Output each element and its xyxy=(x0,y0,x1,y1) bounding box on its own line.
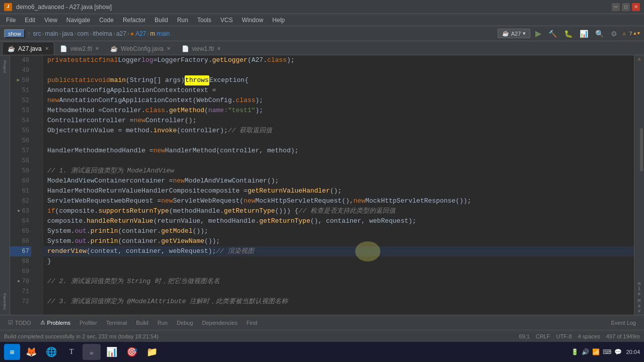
taskbar-excel[interactable]: 📊 xyxy=(103,344,121,360)
scroll-indicator[interactable] xyxy=(634,63,644,281)
taskbar-edge[interactable]: 🌐 xyxy=(42,344,60,360)
menu-navigate[interactable]: Navigate xyxy=(62,16,94,25)
breadcrumb-method[interactable]: m main xyxy=(150,30,170,37)
code-line-52[interactable]: new AnnotationConfigApplicationContext(W… xyxy=(43,96,634,106)
terminal-tab[interactable]: Terminal xyxy=(102,319,131,327)
run-tab[interactable]: Run xyxy=(153,319,172,327)
taskbar-notepad[interactable]: T xyxy=(62,344,80,360)
menu-refactor[interactable]: Refactor xyxy=(119,16,149,25)
taskbar-intellij[interactable]: ☕ xyxy=(83,344,101,360)
tab-close[interactable]: ✕ xyxy=(217,46,221,51)
encoding[interactable]: UTF-8 xyxy=(556,333,572,339)
code-line-50[interactable]: public static void main(String[] args) t… xyxy=(43,75,634,85)
show-badge[interactable]: show xyxy=(4,29,25,38)
menu-code[interactable]: Code xyxy=(95,16,118,25)
tab-a27[interactable]: ☕ A27.java ✕ xyxy=(2,42,54,55)
run-gutter-icon[interactable]: ▶ xyxy=(17,75,20,85)
breadcrumb-class[interactable]: ● A27 xyxy=(130,30,146,37)
warning-badge[interactable]: ⚠ 7 ▲ ▼ xyxy=(622,30,640,37)
tab-view2[interactable]: 📄 view2.ftl ✕ xyxy=(54,42,105,55)
breadcrumb-src[interactable]: src xyxy=(33,30,41,37)
menu-window[interactable]: Window xyxy=(238,16,268,25)
code-line-69[interactable] xyxy=(43,266,634,277)
run-button[interactable]: ▶ xyxy=(533,28,543,39)
line-separator[interactable]: CRLF xyxy=(536,333,550,339)
event-log-tab[interactable]: Event Log xyxy=(607,319,640,327)
taskbar-firefox[interactable]: 🦊 xyxy=(22,344,40,360)
code-content[interactable]: private static final Logger log = Logger… xyxy=(43,55,634,315)
code-line-68[interactable]: } xyxy=(43,256,634,266)
favorites-tab[interactable]: Favorites xyxy=(2,290,8,313)
find-label: Find xyxy=(247,320,257,326)
code-line-62[interactable]: ServletWebRequest webRequest = new Servl… xyxy=(43,196,634,206)
scroll-thumb[interactable] xyxy=(640,128,643,172)
breadcrumb-itheima[interactable]: itheima xyxy=(93,30,112,37)
tab-close[interactable]: ✕ xyxy=(167,46,171,51)
breadcrumb-com[interactable]: com xyxy=(77,30,89,37)
menu-help[interactable]: Help xyxy=(268,16,289,25)
close-button[interactable]: ✕ xyxy=(632,3,640,11)
code-line-71[interactable] xyxy=(43,287,634,297)
debug-tab[interactable]: Debug xyxy=(173,319,197,327)
code-line-66[interactable]: System.out.println(container.getViewName… xyxy=(43,236,634,246)
build-button[interactable]: 🔨 xyxy=(546,29,559,39)
profile-button[interactable]: 📊 xyxy=(578,29,590,39)
cursor-position[interactable]: 69:1 xyxy=(519,333,529,339)
breadcrumb-main[interactable]: main xyxy=(45,30,58,37)
code-line-61[interactable]: HandlerMethodReturnValueHandlerComposite… xyxy=(43,186,634,196)
code-line-67[interactable]: renderView(context, container, webReques… xyxy=(43,246,634,256)
code-line-64[interactable]: composite.handleReturnValue(returnValue,… xyxy=(43,216,634,226)
code-line-55[interactable]: Object returnValue = method.invoke(contr… xyxy=(43,126,634,136)
tab-webconfig[interactable]: ☕ WebConfig.java ✕ xyxy=(105,42,176,55)
line-number-51: 51 xyxy=(10,85,31,96)
problems-tab[interactable]: ⚠ Problems xyxy=(36,318,74,327)
code-line-65[interactable]: System.out.println(container.getModel())… xyxy=(43,226,634,236)
build-tab[interactable]: Build xyxy=(132,319,152,327)
code-line-48[interactable]: private static final Logger log = Logger… xyxy=(43,55,634,65)
menu-edit[interactable]: Edit xyxy=(21,16,39,25)
search-everywhere-btn[interactable]: 🔍 xyxy=(593,29,606,39)
todo-tab[interactable]: ☑ TODO xyxy=(4,318,35,327)
breadcrumb-java[interactable]: java xyxy=(62,30,73,37)
line-number-67: 67 xyxy=(10,246,31,256)
breadcrumb-a27[interactable]: a27 xyxy=(116,30,126,37)
taskbar-powerpoint[interactable]: 🎯 xyxy=(123,344,141,360)
menu-view[interactable]: View xyxy=(40,16,61,25)
menu-build[interactable]: Build xyxy=(150,16,172,25)
code-line-54[interactable]: Controller controller = new Controller()… xyxy=(43,116,634,126)
run-config-btn[interactable]: ☕ A27 ▾ xyxy=(498,29,531,38)
dependencies-tab[interactable]: Dependencies xyxy=(198,319,242,327)
code-line-56[interactable] xyxy=(43,136,634,146)
indent-setting[interactable]: 4 spaces xyxy=(578,333,600,339)
tab-view1[interactable]: 📄 view1.ftl ✕ xyxy=(176,42,226,55)
code-line-58[interactable] xyxy=(43,156,634,166)
settings-btn[interactable]: ⚙ xyxy=(609,29,619,39)
menu-run[interactable]: Run xyxy=(173,16,192,25)
code-line-59[interactable]: // 1. 测试返回值类型为 ModelAndView xyxy=(43,166,634,176)
start-button[interactable]: ⊞ xyxy=(4,344,20,360)
code-line-51[interactable]: AnnotationConfigApplicationContext conte… xyxy=(43,85,634,96)
profiler-tab[interactable]: Profiler xyxy=(75,319,101,327)
menu-tools[interactable]: Tools xyxy=(193,16,215,25)
window-controls[interactable]: ─ □ ✕ xyxy=(612,3,640,11)
tab-close[interactable]: ✕ xyxy=(45,46,49,51)
project-tab[interactable]: Project xyxy=(2,57,8,76)
find-tab[interactable]: Find xyxy=(243,319,261,327)
minimize-button[interactable]: ─ xyxy=(612,3,620,11)
code-line-49[interactable] xyxy=(43,65,634,75)
app-icon: J xyxy=(4,3,12,11)
hier-tab[interactable]: Hie xyxy=(634,281,644,298)
code-line-57[interactable]: HandlerMethod methodHandle = new Handler… xyxy=(43,146,634,156)
code-line-72[interactable]: // 3. 测试返回值绑定为 @ModelAttribute 注解时，此类要被当… xyxy=(43,297,634,307)
code-line-60[interactable]: ModelAndViewContainer container = new Mo… xyxy=(43,176,634,186)
code-line-63[interactable]: if (composite.supportsReturnType(methodH… xyxy=(43,206,634,216)
menu-file[interactable]: File xyxy=(2,16,20,25)
taskbar-explorer[interactable]: 📁 xyxy=(143,344,161,360)
menu-vcs[interactable]: VCS xyxy=(216,16,237,25)
code-line-70[interactable]: // 2. 测试返回值类型为 String 时，把它当做视图名名 xyxy=(43,277,634,287)
debug-button[interactable]: 🐛 xyxy=(562,29,575,39)
maven-tab[interactable]: Mav xyxy=(634,298,644,315)
maximize-button[interactable]: □ xyxy=(622,3,630,11)
code-line-53[interactable]: Method method = Controller.class.getMeth… xyxy=(43,106,634,116)
tab-close[interactable]: ✕ xyxy=(95,46,99,51)
